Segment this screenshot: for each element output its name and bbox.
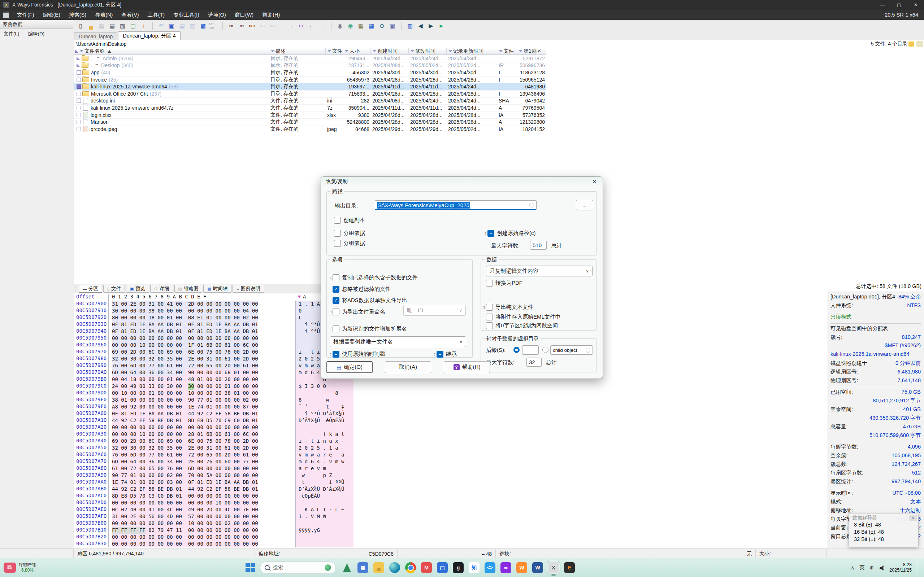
table-row[interactable]: login.xlsx文件, 存在的xlsx93802025/04/28d...2… xyxy=(74,111,546,119)
goto-offset-icon[interactable]: → xyxy=(286,21,296,31)
hex-row[interactable]: 00C5D07A9090 77 01 00 00 00 02 00 70 00 … xyxy=(74,472,258,479)
child-object-input[interactable]: child object xyxy=(550,345,593,355)
eml-attachments-checkbox[interactable]: 将附件存入原始EML文件中 xyxy=(486,314,561,321)
table-row[interactable]: ..=Admin(9704)目录, 存在的290493...2025/04/24… xyxy=(74,55,546,63)
interpreter-icon[interactable]: ▥ xyxy=(405,21,415,31)
child-object-radio[interactable] xyxy=(542,347,548,353)
hex-byte-seg[interactable]: 76 00 6D 00 77 00 61 00 72 00 65 00 2D 0… xyxy=(112,451,258,458)
menu-item-1[interactable]: 编辑(E) xyxy=(39,10,65,20)
help-button[interactable]: ? 帮助(H) xyxy=(444,361,490,373)
hex-row[interactable]: 00C5D079400F 81 ED 1E BA AA DB 01 0F 81 … xyxy=(74,328,258,335)
hex-bytes[interactable]: 30 00 00 00 98 00 00 00 00 00 00 00 00 0… xyxy=(109,308,258,314)
filter-icon[interactable] xyxy=(328,50,331,52)
hex-bytes[interactable]: 76 00 6D 00 77 00 61 00 72 00 65 00 2D 0… xyxy=(109,451,258,458)
clear-icon[interactable] xyxy=(529,203,534,208)
vmax-chars-input[interactable]: 32 xyxy=(527,358,542,367)
hex-bytes[interactable]: 8D E8 D5 70 C9 C0 DB 01 00 00 00 00 00 0… xyxy=(109,493,258,500)
gallery-icon[interactable]: ▣ xyxy=(388,21,397,31)
minimize-button[interactable]: — xyxy=(874,0,891,10)
hex-byte-seg[interactable]: A8 00 92 00 00 00 00 00 1E 74 01 00 00 0… xyxy=(112,403,258,410)
copy-child-data-checkbox[interactable]: 3复制已选择的包含子数据的文件 xyxy=(330,274,418,281)
hex-bytes[interactable]: 0F 81 ED 1E BA AA DB 01 0F 81 ED 1E BA A… xyxy=(109,321,258,328)
hex-bytes[interactable]: 00 00 00 00 00 00 00 00 00 00 00 10 00 0… xyxy=(109,500,258,506)
hex-bytes[interactable]: 00 00 00 00 00 00 00 00 00 00 00 00 00 0… xyxy=(109,424,258,431)
store-icon[interactable]: ▢ xyxy=(437,562,448,573)
hex-ansi[interactable]: 2 0 2 5 . 1 a - xyxy=(296,445,354,451)
hex-row[interactable]: 00C5D079B000 04 18 00 00 00 01 00 48 01 … xyxy=(74,376,258,383)
hex-byte-seg[interactable]: 00 00 00 00 00 00 00 00 10 00 00 00 02 0… xyxy=(112,520,258,527)
hex-replace-icon[interactable]: HEX xyxy=(268,21,278,31)
hex-bytes[interactable]: 6D 00 64 00 36 00 34 00 90 00 00 00 68 0… xyxy=(109,369,258,376)
column-header-8[interactable]: 第1扇区 xyxy=(517,48,546,55)
hex-bytes[interactable]: 32 00 30 00 32 00 35 00 2E 00 31 00 61 0… xyxy=(109,445,258,451)
list-view-icon[interactable] xyxy=(916,41,923,47)
filter-icon[interactable] xyxy=(519,50,522,52)
case-menu-item-0[interactable]: 文件(L) xyxy=(0,30,23,38)
hex-bytes[interactable]: 90 77 01 00 00 00 02 00 70 00 5A 00 00 0… xyxy=(109,472,258,479)
menu-item-8[interactable]: 窗口(W) xyxy=(230,10,258,20)
row-checkbox[interactable] xyxy=(76,106,81,110)
filter-icon[interactable] xyxy=(449,50,452,52)
hex-bytes[interactable]: 00 04 18 00 00 00 01 00 48 01 00 00 20 0… xyxy=(109,376,258,383)
hex-row[interactable]: 00C5D079D000 10 00 00 01 00 00 00 10 00 … xyxy=(74,390,258,396)
print-icon[interactable]: ▤ xyxy=(107,21,117,31)
hex-row[interactable]: 00C5D07B10FF FF FF FF 82 79 47 11 00 00 … xyxy=(74,527,258,534)
prev-window-icon[interactable]: ◀ xyxy=(415,21,425,31)
data-tab-1[interactable]: Duncan_laptop, 分区 4 xyxy=(118,31,181,40)
back-icon[interactable]: ← xyxy=(307,21,317,31)
browse-button[interactable]: ... xyxy=(576,200,593,210)
skip-filtered-checkbox[interactable]: 忽略被过滤掉的文件 xyxy=(333,286,391,293)
hex-ansi[interactable] xyxy=(296,540,354,547)
hex-byte-seg[interactable]: 80 00 00 00 18 00 01 00 B8 E1 01 00 00 0… xyxy=(112,314,258,321)
rename-mode-combo[interactable]: 唯一ID∨ xyxy=(403,305,466,316)
menu-item-6[interactable]: 专业工具(I) xyxy=(169,10,204,20)
hex-ansi[interactable]: v m w a r e - a xyxy=(296,451,354,458)
hex-tab-文件[interactable]: ▯文件 xyxy=(103,285,125,293)
everything-icon[interactable]: E xyxy=(564,562,575,573)
hex-ansi[interactable]: $ I 3 0 0 xyxy=(296,383,354,390)
hex-bytes[interactable]: 69 00 2D 00 6C 00 69 00 6E 00 75 00 78 0… xyxy=(109,348,258,355)
hex-row[interactable]: 00C5D07A6076 00 6D 00 77 00 61 00 72 00 … xyxy=(74,451,258,458)
ok-button[interactable]: ▤ 确定(O) xyxy=(326,361,373,373)
hex-byte-seg[interactable]: 24 00 49 00 33 00 30 00 xyxy=(112,383,188,390)
hex-byte-seg[interactable]: 8D E8 D5 70 C9 C0 DB 01 00 00 00 00 00 0… xyxy=(112,493,258,500)
explorer-icon[interactable]: ▄ xyxy=(373,562,384,573)
hex-byte-seg[interactable]: 0C 02 4B 00 41 00 4C 00 49 00 2D 00 4C 0… xyxy=(112,506,258,513)
table-row[interactable]: Invoice(25)目录, 存在的654359732025/04/28d...… xyxy=(74,76,546,84)
hex-bytes[interactable]: 00 00 00 00 00 00 00 00 10 00 00 00 02 0… xyxy=(109,520,258,527)
hex-tab-图例说明[interactable]: ≡图例说明 xyxy=(233,285,264,293)
taskbar-clock[interactable]: 8:28 2025/11/25 xyxy=(889,562,912,573)
binary-copy-icon[interactable]: 101 010 xyxy=(209,21,218,31)
suffix-input[interactable] xyxy=(522,345,539,355)
hex-tab-分区[interactable]: ▬分区 xyxy=(79,285,102,293)
row-marker-icon[interactable] xyxy=(76,56,80,60)
show-desktop-button[interactable] xyxy=(917,558,919,577)
hex-byte-seg[interactable]: 31 00 2E 00 56 00 4D 00 57 00 00 00 00 0… xyxy=(112,513,258,520)
table-row[interactable]: qrcode.jpeg文件, 存在的jpeg846682025/04/29d..… xyxy=(74,126,546,133)
add-extension-checkbox[interactable]: 为新识别的文件增加扩展名 xyxy=(333,326,407,332)
forward-icon[interactable]: → xyxy=(317,21,327,31)
hex-byte-seg[interactable]: 00 00 00 00 00 00 00 00 00 00 00 00 00 0… xyxy=(112,540,258,547)
table-row[interactable]: desktop.ini文件, 存在的ini2822025/04/08d...20… xyxy=(74,97,546,105)
row-checkbox[interactable] xyxy=(76,113,81,117)
table-row[interactable]: .=Desktop(365)目录, 存在的237131...2025/04/08… xyxy=(74,62,546,69)
filter-icon[interactable] xyxy=(499,50,502,52)
filter-icon[interactable] xyxy=(345,50,349,52)
hex-ansi[interactable]: t í ºªÛ xyxy=(296,479,354,486)
vscode-icon[interactable]: <> xyxy=(485,562,495,573)
row-checkbox[interactable] xyxy=(76,70,81,75)
row-checkbox[interactable] xyxy=(76,84,81,89)
create-copy-checkbox[interactable]: 创建副本 xyxy=(334,217,365,224)
column-header-6[interactable]: 记录更新时间 xyxy=(447,48,497,55)
hex-ansi-header[interactable]: A xyxy=(296,294,306,300)
zero-bytes-checkbox[interactable]: 将0字节区域划为闲散空间 xyxy=(486,322,558,329)
hex-tab-详细[interactable]: ⊙详细 xyxy=(150,285,173,293)
chrome-icon[interactable] xyxy=(405,562,416,573)
hex-ansi[interactable]: K A L I - L ~ xyxy=(296,506,354,513)
case-menu-item-1[interactable]: 编辑(D) xyxy=(24,30,48,38)
hex-row[interactable]: 00C5D07A8061 00 72 00 65 00 76 00 6D 00 … xyxy=(74,465,258,472)
sync-icon[interactable]: ► xyxy=(436,21,446,31)
hex-byte-seg[interactable]: 90 77 01 00 00 00 02 00 70 00 5A 00 00 0… xyxy=(112,472,258,479)
undo-icon[interactable]: ↶ xyxy=(156,21,166,31)
table-row[interactable]: kali-linux-2025.1a-vmware-amd64.7z文件, 存在… xyxy=(74,104,546,112)
